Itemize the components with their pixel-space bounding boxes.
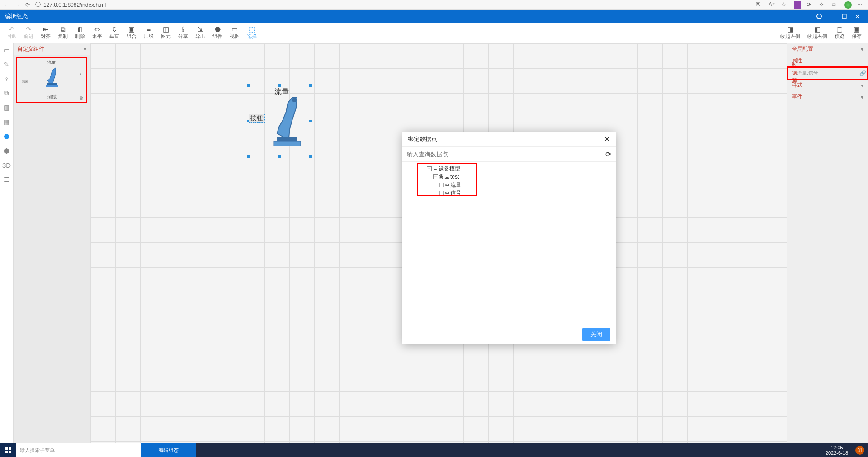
undo-button[interactable]: ↶回退 (3, 23, 20, 43)
app-title: 编辑组态 (5, 12, 28, 20)
chevron-down-icon[interactable]: ▾ (84, 46, 86, 52)
left-panel-header[interactable]: 自定义组件 ▾ (14, 43, 90, 55)
resize-handle[interactable] (309, 84, 312, 87)
design-canvas[interactable]: 流量 按钮 绑定数据点 ✕ ⟳ (90, 43, 787, 443)
rail-image-icon[interactable]: ▥ (4, 104, 10, 112)
rail-brush-icon[interactable]: ✎ (4, 61, 9, 69)
collapse-left-button[interactable]: ◨收起左侧 (777, 23, 804, 43)
link-icon[interactable]: 🔗 (859, 70, 866, 76)
resize-handle[interactable] (247, 84, 250, 87)
group-button[interactable]: ▣组合 (123, 23, 140, 43)
preview-button[interactable]: ▢预览 (831, 23, 848, 43)
taskbar-clock[interactable]: 12:05 2022-6-18 (822, 445, 852, 456)
svg-rect-6 (9, 447, 11, 450)
close-button[interactable]: ✕ (851, 13, 863, 20)
browser-ext-icon[interactable]: ⇱ (756, 1, 763, 9)
highlight-box (417, 163, 477, 196)
resize-handle[interactable] (309, 120, 312, 122)
info-icon: ⓘ (35, 1, 41, 9)
browser-more-icon[interactable]: ⋯ (857, 1, 864, 9)
svg-rect-1 (46, 85, 58, 87)
collapse-right-button[interactable]: ◧收起右侧 (804, 23, 831, 43)
badge-count: 31 (857, 448, 862, 453)
browser-sync-icon[interactable]: ⟳ (807, 1, 814, 9)
dialog-close-button[interactable]: 关闭 (582, 328, 610, 341)
share-button[interactable]: ⇪分享 (175, 23, 192, 43)
app-title-bar: 编辑组态 — ☐ ✕ (0, 10, 868, 23)
resize-handle[interactable] (247, 155, 250, 158)
maximize-button[interactable]: ☐ (838, 13, 851, 20)
resize-handle[interactable] (278, 84, 281, 87)
rail-3d-icon[interactable]: 3D (2, 161, 11, 169)
rail-shapes-icon[interactable]: ▭ (4, 46, 10, 54)
record-icon[interactable] (816, 14, 822, 19)
taskbar-search[interactable]: 输入搜索子菜单 (16, 443, 141, 457)
rail-grid-icon[interactable]: ▦ (4, 118, 10, 126)
browser-read-icon[interactable]: A⁺ (769, 1, 776, 9)
rail-people-icon[interactable]: ♀ (4, 75, 9, 83)
svg-rect-2 (277, 137, 297, 141)
section-style[interactable]: 样式▾ (787, 80, 868, 91)
forward-icon[interactable]: → (14, 2, 20, 8)
reload-icon[interactable]: ⟳ (605, 150, 611, 159)
person-icon: ⋏ (79, 71, 82, 76)
layer-button[interactable]: ≡层级 (140, 23, 157, 43)
keyboard-icon: ⌨ (22, 80, 28, 84)
reload-icon[interactable]: ⟳ (25, 2, 30, 8)
vertical-button[interactable]: ⇕垂直 (106, 23, 123, 43)
svg-rect-0 (47, 83, 57, 85)
bind-datapoint-dialog: 绑定数据点 ✕ ⟳ − ☁ 设备模型 − ☁ (402, 132, 616, 344)
thumb-top-label: 流量 (47, 60, 56, 66)
save-button[interactable]: ▣保存 (848, 23, 865, 43)
rail-box-icon[interactable]: ⬢ (4, 147, 9, 155)
component-thumbnail[interactable]: 流量 ⋏ ⌨ 测试 🗑 (16, 57, 87, 103)
copy-button[interactable]: ⧉复制 (54, 23, 71, 43)
taskbar-app[interactable]: 编辑组态 (141, 443, 196, 457)
left-panel-title: 自定义组件 (17, 45, 44, 53)
address-bar[interactable]: ⓘ 127.0.0.1:8082/index.html (35, 1, 106, 9)
browser-profile-icon[interactable] (844, 1, 852, 9)
browser-star-icon[interactable]: ☆ (781, 1, 788, 9)
thumb-name: 测试 (47, 94, 57, 100)
horizontal-button[interactable]: ⇔水平 (89, 23, 106, 43)
align-button[interactable]: ⇤对齐 (37, 23, 54, 43)
redo-button[interactable]: ↷前进 (20, 23, 37, 43)
browser-collection-icon[interactable]: ⧉ (832, 1, 839, 9)
windows-icon (5, 447, 11, 453)
resize-handle[interactable] (309, 155, 312, 158)
section-event[interactable]: 事件▾ (787, 91, 868, 103)
primitive-button[interactable]: ◫图元 (157, 23, 175, 43)
start-button[interactable] (0, 443, 16, 457)
notification-badge[interactable]: 31 (855, 446, 864, 455)
left-rail: ▭ ✎ ♀ ⧉ ▥ ▦ ⬣ ⬢ 3D ☰ (0, 43, 14, 443)
section-global[interactable]: 全局配置▾ (787, 43, 868, 55)
canvas-button-element[interactable]: 按钮 (249, 114, 265, 123)
browser-fav-icon[interactable]: ✧ (819, 1, 826, 9)
browser-app-icon[interactable] (794, 1, 801, 9)
chevron-down-icon: ▾ (861, 94, 863, 100)
delete-button[interactable]: 🗑删除 (71, 23, 89, 43)
delete-thumb-icon[interactable]: 🗑 (79, 95, 84, 100)
svg-rect-3 (274, 141, 301, 146)
rail-chart-icon[interactable]: ⧉ (4, 89, 9, 97)
export-button[interactable]: ⇲导出 (192, 23, 209, 43)
dialog-search-row: ⟳ (402, 146, 616, 162)
rail-cube-icon[interactable]: ⬣ (4, 132, 9, 141)
select-button[interactable]: ⬚选择 (243, 23, 260, 43)
rail-list-icon[interactable]: ☰ (4, 175, 9, 184)
view-button[interactable]: ▭视图 (226, 23, 243, 43)
datapoint-search-input[interactable] (407, 151, 605, 158)
dialog-body: − ☁ 设备模型 − ☁ test 🏷 流量 (402, 162, 616, 325)
dialog-close-icon[interactable]: ✕ (604, 134, 610, 144)
datasource-input[interactable] (797, 71, 859, 76)
resize-handle[interactable] (278, 155, 281, 158)
back-icon[interactable]: ← (4, 2, 9, 8)
left-panel: 自定义组件 ▾ 流量 ⋏ ⌨ 测试 🗑 (14, 43, 90, 443)
chevron-down-icon: ▾ (861, 82, 863, 89)
taskbar: 输入搜索子菜单 编辑组态 12:05 2022-6-18 31 (0, 443, 868, 457)
section-attrs[interactable]: 属性 (787, 55, 868, 67)
component-button[interactable]: ⬣组件 (209, 23, 226, 43)
right-panel: 全局配置▾ 属性 数据源 🔗 样式▾ 事件▾ (787, 43, 868, 443)
minimize-button[interactable]: — (826, 13, 838, 20)
canvas-button-label: 按钮 (250, 114, 263, 122)
